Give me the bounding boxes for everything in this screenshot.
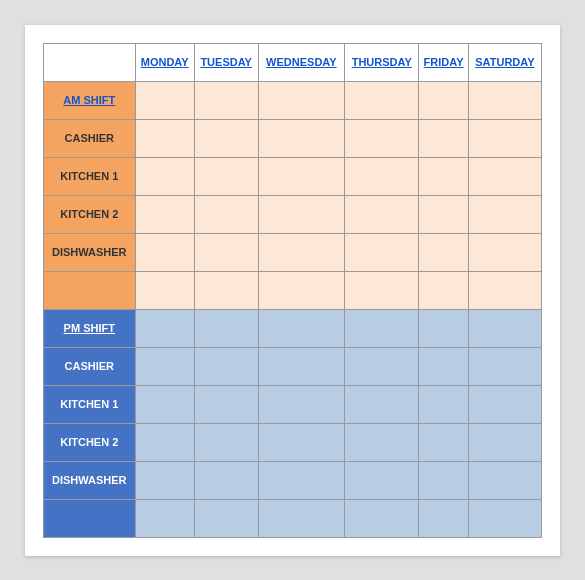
pm-kitchen2-thu: [345, 423, 419, 461]
pm-dishwasher-thu: [345, 461, 419, 499]
pm-kitchen2-row: KITCHEN 2: [44, 423, 542, 461]
am-extra-fri: [419, 271, 469, 309]
am-kitchen2-row: KITCHEN 2: [44, 195, 542, 233]
am-extra-sat: [468, 271, 541, 309]
header-monday: MONDAY: [135, 43, 194, 81]
am-kitchen1-mon: [135, 157, 194, 195]
am-dishwasher-row: DISHWASHER: [44, 233, 542, 271]
am-extra-row: [44, 271, 542, 309]
am-cashier-thu: [345, 119, 419, 157]
am-shift-label: AM SHIFT: [44, 81, 136, 119]
am-cashier-label: CASHIER: [44, 119, 136, 157]
schedule-page: MONDAY TUESDAY WEDNESDAY THURSDAY FRIDAY…: [25, 25, 560, 556]
am-dishwasher-tue: [194, 233, 258, 271]
pm-extra-row: [44, 499, 542, 537]
am-dishwasher-mon: [135, 233, 194, 271]
pm-kitchen2-fri: [419, 423, 469, 461]
pm-cashier-label: CASHIER: [44, 347, 136, 385]
header-wednesday: WEDNESDAY: [258, 43, 345, 81]
am-extra-tue: [194, 271, 258, 309]
pm-dishwasher-sat: [468, 461, 541, 499]
pm-extra-mon: [135, 499, 194, 537]
am-shift-fri: [419, 81, 469, 119]
am-kitchen1-thu: [345, 157, 419, 195]
pm-kitchen1-mon: [135, 385, 194, 423]
pm-extra-thu: [345, 499, 419, 537]
am-kitchen2-sat: [468, 195, 541, 233]
pm-kitchen1-sat: [468, 385, 541, 423]
am-shift-header-row: AM SHIFT: [44, 81, 542, 119]
pm-kitchen1-label: KITCHEN 1: [44, 385, 136, 423]
pm-dishwasher-mon: [135, 461, 194, 499]
pm-kitchen1-row: KITCHEN 1: [44, 385, 542, 423]
am-kitchen2-mon: [135, 195, 194, 233]
pm-dishwasher-tue: [194, 461, 258, 499]
pm-kitchen1-thu: [345, 385, 419, 423]
am-shift-sat: [468, 81, 541, 119]
pm-dishwasher-wed: [258, 461, 345, 499]
am-kitchen1-row: KITCHEN 1: [44, 157, 542, 195]
am-kitchen1-sat: [468, 157, 541, 195]
header-tuesday: TUESDAY: [194, 43, 258, 81]
pm-cashier-thu: [345, 347, 419, 385]
pm-kitchen2-label: KITCHEN 2: [44, 423, 136, 461]
am-kitchen2-label: KITCHEN 2: [44, 195, 136, 233]
am-extra-wed: [258, 271, 345, 309]
pm-dishwasher-row: DISHWASHER: [44, 461, 542, 499]
pm-shift-wed: [258, 309, 345, 347]
am-kitchen1-wed: [258, 157, 345, 195]
pm-shift-sat: [468, 309, 541, 347]
pm-cashier-wed: [258, 347, 345, 385]
am-dishwasher-wed: [258, 233, 345, 271]
pm-kitchen1-fri: [419, 385, 469, 423]
am-kitchen2-tue: [194, 195, 258, 233]
am-kitchen1-label: KITCHEN 1: [44, 157, 136, 195]
am-cashier-tue: [194, 119, 258, 157]
pm-shift-fri: [419, 309, 469, 347]
pm-extra-tue: [194, 499, 258, 537]
pm-extra-sat: [468, 499, 541, 537]
am-dishwasher-label: DISHWASHER: [44, 233, 136, 271]
pm-cashier-tue: [194, 347, 258, 385]
pm-dishwasher-label: DISHWASHER: [44, 461, 136, 499]
am-extra-label: [44, 271, 136, 309]
am-cashier-fri: [419, 119, 469, 157]
am-shift-tue: [194, 81, 258, 119]
am-dishwasher-thu: [345, 233, 419, 271]
am-kitchen2-wed: [258, 195, 345, 233]
am-cashier-wed: [258, 119, 345, 157]
pm-cashier-fri: [419, 347, 469, 385]
am-kitchen2-thu: [345, 195, 419, 233]
pm-cashier-sat: [468, 347, 541, 385]
am-kitchen1-tue: [194, 157, 258, 195]
pm-extra-fri: [419, 499, 469, 537]
am-cashier-row: CASHIER: [44, 119, 542, 157]
am-cashier-sat: [468, 119, 541, 157]
am-kitchen1-fri: [419, 157, 469, 195]
am-cashier-mon: [135, 119, 194, 157]
pm-extra-wed: [258, 499, 345, 537]
am-shift-wed: [258, 81, 345, 119]
pm-kitchen2-mon: [135, 423, 194, 461]
am-dishwasher-fri: [419, 233, 469, 271]
pm-shift-header-row: PM SHIFT: [44, 309, 542, 347]
schedule-table: MONDAY TUESDAY WEDNESDAY THURSDAY FRIDAY…: [43, 43, 542, 538]
am-extra-thu: [345, 271, 419, 309]
pm-kitchen2-wed: [258, 423, 345, 461]
pm-shift-thu: [345, 309, 419, 347]
am-shift-thu: [345, 81, 419, 119]
header-friday: FRIDAY: [419, 43, 469, 81]
header-blank-cell: [44, 43, 136, 81]
pm-shift-label: PM SHIFT: [44, 309, 136, 347]
pm-shift-tue: [194, 309, 258, 347]
am-extra-mon: [135, 271, 194, 309]
header-thursday: THURSDAY: [345, 43, 419, 81]
am-shift-mon: [135, 81, 194, 119]
pm-shift-mon: [135, 309, 194, 347]
header-saturday: SATURDAY: [468, 43, 541, 81]
am-dishwasher-sat: [468, 233, 541, 271]
pm-kitchen1-wed: [258, 385, 345, 423]
pm-dishwasher-fri: [419, 461, 469, 499]
pm-kitchen2-sat: [468, 423, 541, 461]
pm-kitchen1-tue: [194, 385, 258, 423]
